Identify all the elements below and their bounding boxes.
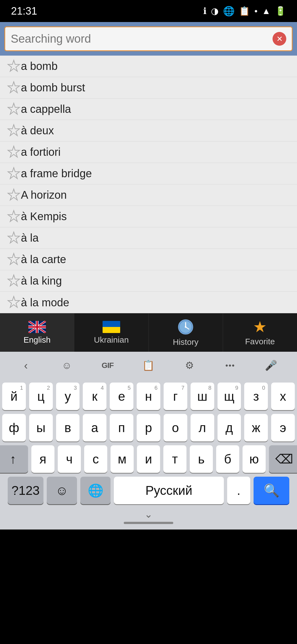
keyboard-key[interactable]: х	[271, 383, 295, 410]
keyboard-key[interactable]: .	[227, 477, 250, 504]
star-icon[interactable]	[7, 124, 21, 138]
keyboard-key[interactable]: о	[164, 414, 187, 441]
keyboard-key[interactable]: 🌐	[80, 477, 111, 504]
keyboard-key[interactable]: 🔍	[254, 477, 289, 504]
keyboard-key[interactable]: 6н	[137, 383, 160, 410]
star-icon[interactable]	[7, 188, 21, 202]
star-icon[interactable]	[7, 274, 21, 288]
keyboard-key[interactable]: 1й	[2, 383, 26, 410]
keyboard-key[interactable]: р	[137, 414, 160, 441]
svg-marker-7	[8, 211, 20, 222]
search-input[interactable]	[11, 32, 273, 45]
svg-marker-9	[8, 253, 20, 264]
star-icon[interactable]	[7, 59, 21, 73]
svg-marker-8	[8, 232, 20, 243]
keyboard-key[interactable]: ь	[190, 445, 213, 473]
status-bar: 21:31 ℹ ◑ 🌐 📋 • ▲ 🔋	[0, 0, 297, 22]
keyboard-key[interactable]: ч	[58, 445, 81, 473]
key-row-3: ↑ячсмитьбю⌫	[2, 445, 295, 473]
star-icon[interactable]	[7, 252, 21, 267]
keyboard-toolbar: ‹ ☺ GIF 📋 ⚙ ••• 🎤	[0, 352, 297, 379]
list-item[interactable]: à la	[0, 227, 297, 249]
keyboard-key[interactable]: т	[163, 445, 186, 473]
svg-marker-5	[8, 168, 20, 179]
keyboard-key[interactable]: 0з	[244, 383, 268, 410]
keyboard-key[interactable]: ↑	[0, 445, 28, 473]
keyboard-key[interactable]: ?123	[8, 477, 43, 504]
tab-history[interactable]: History	[149, 313, 223, 352]
back-button[interactable]: ‹	[15, 356, 37, 375]
tab-english[interactable]: English	[0, 313, 74, 352]
svg-marker-11	[8, 296, 20, 307]
keyboard-key[interactable]: 8ш	[191, 383, 214, 410]
keyboard-key[interactable]: ы	[29, 414, 53, 441]
keyboard-key[interactable]: ⌫	[269, 445, 297, 473]
star-icon[interactable]	[7, 102, 21, 116]
keyboard-key[interactable]: с	[84, 445, 107, 473]
star-tab-icon: ★	[253, 319, 267, 335]
emoji-button[interactable]: ☺	[56, 356, 78, 375]
word-text: a fortiori	[21, 146, 61, 158]
list-item[interactable]: a fortiori	[0, 141, 297, 163]
ua-flag-icon	[103, 321, 120, 333]
keyboard-key[interactable]: я	[31, 445, 54, 473]
star-icon[interactable]	[7, 81, 21, 95]
list-item[interactable]: a frame bridge	[0, 163, 297, 184]
gif-button[interactable]: GIF	[97, 356, 119, 375]
key-row-1: 1й2ц3у4к5е6н7г8ш9щ0зх	[2, 383, 295, 410]
keyboard-key[interactable]: 9щ	[218, 383, 241, 410]
mic-icon: 🎤	[265, 360, 277, 371]
star-icon[interactable]	[7, 231, 21, 245]
word-text: à la	[21, 232, 39, 244]
keyboard-key[interactable]: ф	[2, 414, 26, 441]
chevron-down-icon[interactable]: ⌄	[144, 509, 153, 520]
list-item[interactable]: a bomb	[0, 56, 297, 77]
battery-icon: 🔋	[275, 6, 286, 16]
list-item[interactable]: a bomb burst	[0, 77, 297, 99]
list-item[interactable]: à deux	[0, 120, 297, 141]
keyboard-key[interactable]: п	[110, 414, 133, 441]
key-row-2: фывапролджэ	[2, 414, 295, 441]
svg-marker-4	[8, 146, 20, 157]
more-button[interactable]: •••	[219, 356, 241, 375]
star-icon[interactable]	[7, 209, 21, 224]
keyboard-key[interactable]: а	[83, 414, 106, 441]
word-text: A horizon	[21, 189, 67, 201]
keyboard-key[interactable]: и	[137, 445, 160, 473]
list-item[interactable]: A horizon	[0, 184, 297, 206]
keyboard-key[interactable]: б	[216, 445, 239, 473]
list-item[interactable]: à la carte	[0, 249, 297, 270]
svg-point-25	[185, 326, 186, 328]
keyboard-key[interactable]: ☺	[47, 477, 77, 504]
list-item[interactable]: à la mode	[0, 292, 297, 313]
keyboard-key[interactable]: э	[271, 414, 295, 441]
list-item[interactable]: a cappella	[0, 99, 297, 120]
keyboard-key[interactable]: Русский	[114, 477, 224, 504]
settings-button[interactable]: ⚙	[178, 356, 200, 375]
mic-button[interactable]: 🎤	[260, 356, 282, 375]
tab-ukrainian[interactable]: Ukrainian	[74, 313, 148, 352]
keyboard-key[interactable]: ю	[243, 445, 266, 473]
clipboard-button[interactable]: 📋	[138, 356, 160, 375]
keyboard-key[interactable]: д	[218, 414, 241, 441]
tab-favorite[interactable]: ★ Favorite	[223, 313, 297, 352]
keyboard-key[interactable]: 3у	[56, 383, 80, 410]
star-icon[interactable]	[7, 167, 21, 181]
keyboard-key[interactable]: 2ц	[29, 383, 53, 410]
more-icon: •••	[225, 361, 235, 370]
search-clear-button[interactable]	[273, 32, 286, 46]
keyboard-key[interactable]: 7г	[164, 383, 187, 410]
keyboard-key[interactable]: в	[56, 414, 80, 441]
keyboard-key[interactable]: м	[111, 445, 134, 473]
list-item[interactable]: à la king	[0, 270, 297, 292]
bottom-tabs: English Ukrainian History ★ Favorite	[0, 313, 297, 352]
star-icon[interactable]	[7, 145, 21, 159]
keyboard-key[interactable]: ж	[244, 414, 268, 441]
word-text: à la king	[21, 275, 62, 287]
list-item[interactable]: à Kempis	[0, 206, 297, 227]
star-icon[interactable]	[7, 295, 21, 310]
keyboard-key[interactable]: 4к	[83, 383, 106, 410]
keyboard-key[interactable]: 5е	[110, 383, 133, 410]
word-list: a bomb a bomb burst a cappella à deux a …	[0, 56, 297, 313]
keyboard-key[interactable]: л	[191, 414, 214, 441]
